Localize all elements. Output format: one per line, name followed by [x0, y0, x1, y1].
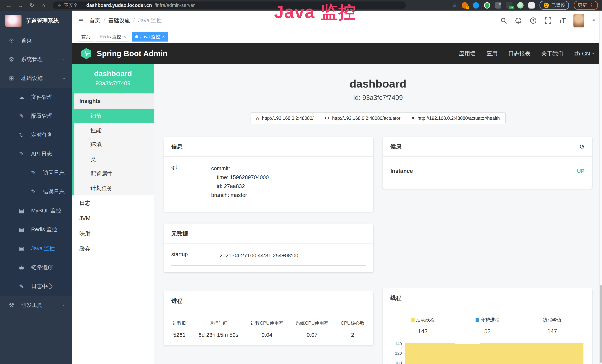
sidebar-item-system[interactable]: ⚙ 系统管理 ›	[0, 50, 72, 69]
sba-nav-journal[interactable]: 日志报表	[508, 50, 530, 57]
sidebar-item-file-manage[interactable]: ☁ 文件管理	[0, 88, 72, 107]
fullscreen-icon[interactable]	[545, 17, 552, 24]
service-url-button[interactable]: ⌂ http://192.168.0.2:48080/	[250, 112, 319, 124]
tab-java-monitor[interactable]: Java 监控 ×	[132, 32, 168, 42]
close-icon[interactable]: ×	[162, 34, 165, 39]
sidebar-item-home[interactable]: ⊙ 首页	[0, 31, 72, 50]
paused-pill[interactable]: 已暂停	[539, 1, 569, 10]
sba-menu-jvm[interactable]: JVM	[72, 211, 154, 226]
browser-forward-button[interactable]: →	[16, 3, 25, 8]
avatar[interactable]	[573, 14, 584, 27]
sidebar-item-label: 访问日志	[43, 169, 64, 177]
page-scrollbar[interactable]	[599, 11, 602, 364]
smiley-emoji-icon	[543, 3, 549, 8]
browser-home-button[interactable]: ⌂	[39, 3, 48, 8]
database-icon: ▤	[18, 207, 25, 214]
sidebar-item-redis-monitor[interactable]: ▦ Redis 监控	[0, 220, 72, 239]
bookmark-star-icon[interactable]: ☆	[452, 3, 457, 8]
sba-menu-environment[interactable]: 环境	[74, 138, 154, 152]
update-label: 更新	[578, 2, 587, 8]
sba-title: Spring Boot Admin	[97, 49, 167, 58]
layers-icon: ▦	[18, 226, 25, 233]
sba-nav-about[interactable]: 关于我们	[541, 50, 563, 57]
health-card-title: 健康	[390, 143, 402, 150]
help-icon[interactable]: ?	[530, 17, 537, 24]
browser-reload-button[interactable]: ↻	[27, 3, 37, 8]
git-id-line: id: 27aa832	[211, 182, 269, 191]
sidebar-item-devtools[interactable]: ⚒ 研发工具 ›	[0, 296, 72, 315]
chevron-up-icon: ›	[61, 153, 66, 155]
spring-boot-admin-logo[interactable]: Spring Boot Admin	[80, 48, 167, 60]
extension-icon-leaf[interactable]	[517, 2, 524, 9]
sidebar-item-error-log[interactable]: ✎ 错误日志	[0, 182, 72, 201]
col-label: 系统CPU使用率	[296, 320, 329, 326]
y-tick: 140	[395, 341, 402, 346]
live-threads-col: 活动线程 143	[390, 317, 455, 335]
sba-menu-config-props[interactable]: 配置属性	[74, 167, 154, 181]
edit-icon: ✎	[18, 113, 25, 120]
github-icon[interactable]	[515, 17, 522, 24]
actuator-url-button[interactable]: ⚙ http://192.168.0.2:48080/actuator	[319, 112, 406, 124]
extension-icon-green-circle[interactable]	[484, 2, 490, 9]
sba-menu-classes[interactable]: 类	[74, 152, 154, 167]
info-key: git	[171, 164, 211, 200]
metadata-startup-row: startup 2021-04-27T00:44:31.254+08:00	[171, 251, 366, 266]
extension-icon-blue-pin[interactable]	[473, 2, 479, 9]
sidebar-item-label: 研发工具	[21, 301, 43, 309]
sidebar-item-java-monitor[interactable]: ▣ Java 监控	[0, 239, 72, 258]
sba-menu-details[interactable]: 细节	[72, 109, 154, 123]
tab-home[interactable]: 首页	[78, 32, 94, 42]
breadcrumb-current: Java 监控	[138, 17, 162, 24]
sidebar-item-scheduled-jobs[interactable]: ↻ 定时任务	[0, 126, 72, 144]
browser-back-button[interactable]: ←	[4, 3, 14, 8]
close-icon[interactable]: ×	[123, 34, 126, 39]
app-logo-row[interactable]: 芋道管理系统	[0, 11, 72, 31]
sba-nav-applications[interactable]: 应用	[486, 50, 497, 57]
sidebar-item-mysql-monitor[interactable]: ▤ MySQL 监控	[0, 201, 72, 220]
col-label: 进程CPU使用率	[250, 320, 283, 326]
sidebar-item-label: 链路追踪	[31, 264, 53, 271]
extension-on-badge: on	[509, 6, 514, 9]
breadcrumb-home[interactable]: 首页	[90, 17, 100, 24]
scrollbar-thumb[interactable]	[600, 285, 602, 363]
breadcrumb-separator: /	[104, 17, 105, 23]
sba-hexagon-icon	[80, 48, 92, 60]
search-icon[interactable]	[500, 17, 507, 24]
eye-icon: ◉	[18, 264, 25, 271]
extension-icon-switch[interactable]: on	[506, 2, 512, 9]
log-edit-icon: ✎	[18, 150, 25, 157]
sidebar-item-access-log[interactable]: ✎ 访问日志	[0, 163, 72, 182]
extension-icon-grid[interactable]	[495, 2, 501, 9]
sidebar-item-infra[interactable]: ⊞ 基础设施 ›	[0, 69, 72, 88]
sba-locale-select[interactable]: zh-CN ›	[574, 50, 594, 57]
extension-icon-puzzle[interactable]	[528, 2, 535, 9]
process-card: 进程 进程ID 5261 运行时间 6d 23h 15m 59	[163, 291, 373, 345]
sidebar-item-label: API 日志	[31, 150, 52, 158]
update-button[interactable]: 更新 ⋮	[574, 1, 598, 10]
sba-nav-wallboard[interactable]: 应用墙	[459, 50, 475, 57]
tab-label: Java 监控	[140, 34, 160, 40]
sidebar-item-tracing[interactable]: ◉ 链路追踪	[0, 258, 72, 277]
browser-menu-icon[interactable]: ⋮	[589, 2, 594, 8]
sidebar-item-log-center[interactable]: ✎ 日志中心	[0, 277, 72, 296]
sidebar-item-api-log[interactable]: ✎ API 日志 ›	[0, 144, 72, 163]
health-url-button[interactable]: ♥ http://192.168.0.2:48080/actuator/heal…	[406, 112, 505, 124]
breadcrumb-infra[interactable]: 基础设施	[108, 17, 130, 24]
sba-instance-header[interactable]: dashboard 93a3fc7f7409	[72, 64, 154, 94]
health-url: http://192.168.0.2:48080/actuator/health	[418, 116, 500, 121]
sba-menu-logs[interactable]: 日志	[72, 195, 154, 211]
sidebar-item-config-manage[interactable]: ✎ 配置管理	[0, 107, 72, 126]
extension-icon-orange[interactable]: 1	[462, 2, 468, 9]
sba-menu-metrics[interactable]: 性能	[74, 123, 154, 138]
history-icon[interactable]: ↺	[579, 143, 585, 150]
sba-menu-caches[interactable]: 缓存	[72, 241, 154, 256]
address-bar[interactable]: ⚠ 不安全 dashboard.yudao.iocoder.cn /infra/…	[53, 1, 406, 9]
tab-redis-monitor[interactable]: Redis 监控 ×	[96, 32, 129, 42]
sba-menu-mappings[interactable]: 映射	[72, 226, 154, 241]
user-menu-caret-icon[interactable]: ▼	[592, 18, 596, 23]
font-size-icon[interactable]: TT	[559, 17, 566, 24]
sidebar-collapse-icon[interactable]: ≡	[79, 17, 83, 24]
logo-image	[5, 15, 22, 27]
log-edit-icon: ✎	[30, 169, 37, 176]
sba-menu-scheduled-tasks[interactable]: 计划任务	[74, 181, 154, 195]
